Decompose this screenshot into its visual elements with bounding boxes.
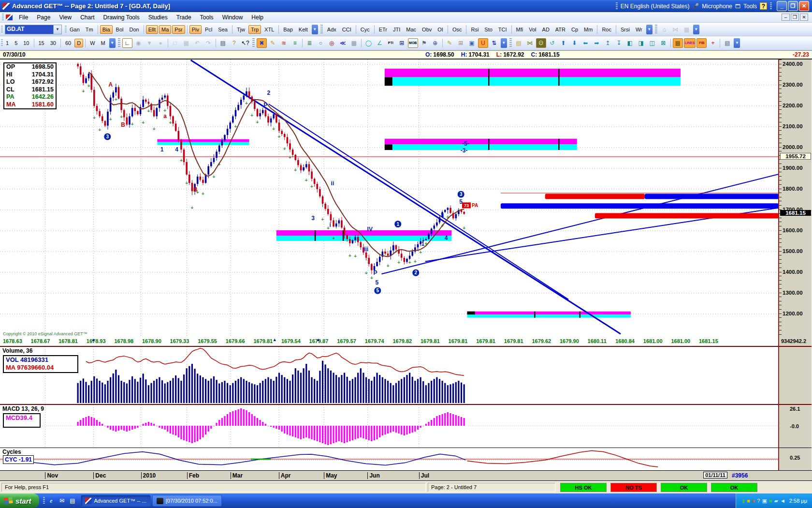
study-atr[interactable]: ATR	[553, 25, 568, 34]
study-mm[interactable]: Mm	[581, 25, 595, 34]
study-trp[interactable]: Trp	[248, 25, 261, 34]
study-sto[interactable]: Sto	[482, 25, 495, 34]
period-10[interactable]: 10	[21, 39, 31, 47]
price-plot-area[interactable]: ++++++++++++++++++++++++++++++++++++++++…	[0, 60, 779, 337]
study-psr[interactable]: Psr	[172, 25, 185, 34]
volume-scale[interactable]	[779, 346, 812, 404]
study-roc[interactable]: Roc	[599, 25, 614, 34]
cycles-scale[interactable]: 0.25	[779, 448, 812, 470]
study-pcl[interactable]: Pcl	[203, 25, 215, 34]
period-w[interactable]: W	[87, 39, 97, 47]
study-etr[interactable]: ETr	[377, 25, 390, 34]
dots-grid-icon[interactable]: ▩	[673, 38, 683, 48]
toolbar-overflow-icon[interactable]: ▼	[693, 25, 699, 34]
toolbar-overflow-icon[interactable]: ▼	[312, 25, 318, 34]
menu-trade[interactable]: Trade	[172, 13, 196, 22]
study-bia[interactable]: Bia	[100, 25, 113, 34]
study-ad[interactable]: AD	[540, 25, 552, 34]
period-1[interactable]: 1	[3, 39, 11, 47]
study-wr[interactable]: Wr	[633, 25, 645, 34]
draw-pencil-icon[interactable]: ✎	[445, 38, 455, 48]
study-jti[interactable]: JTI	[391, 25, 403, 34]
print-icon[interactable]: ▤	[218, 38, 228, 48]
show-desktop-icon[interactable]: ▤	[69, 497, 77, 505]
study-obv[interactable]: Obv	[420, 25, 434, 34]
study-srsi[interactable]: Srsi	[618, 25, 632, 34]
shift-down-icon[interactable]: ↧	[614, 38, 624, 48]
period-m[interactable]: M	[99, 39, 108, 47]
mob-icon[interactable]: MOB	[408, 38, 418, 48]
study-adx[interactable]: Adx	[325, 25, 339, 34]
study-don[interactable]: Don	[127, 25, 142, 34]
arrow-down-icon[interactable]: ⬇	[569, 38, 580, 48]
macd-plot-area[interactable]: MACD 13, 26, 9 MCD39.4	[0, 404, 779, 448]
language-tools-button[interactable]: Tools	[743, 3, 757, 10]
tray-display-icon[interactable]: ▣	[762, 497, 767, 504]
child-minimize-button[interactable]: –	[782, 14, 790, 21]
study-ma[interactable]: Ma	[159, 25, 171, 34]
expand-box-icon[interactable]: ⊠	[658, 38, 668, 48]
study-rsi[interactable]: Rsi	[468, 25, 481, 34]
study-gan[interactable]: Gan	[67, 25, 82, 34]
angles-tool-icon[interactable]: ∠	[375, 38, 385, 48]
symbol-dropdown-icon[interactable]: ▼	[53, 25, 61, 34]
toolbar-overflow-icon[interactable]: ▼	[646, 25, 652, 34]
trendline-pencil-icon[interactable]: ✎	[268, 38, 278, 48]
minimize-button[interactable]: _	[777, 1, 787, 11]
language-selector[interactable]: EN English (United States)	[621, 3, 690, 10]
cycles-plot-area[interactable]: Cycles CYC -1.91	[0, 448, 779, 470]
toolbar-grip[interactable]	[320, 25, 323, 34]
symbol-combo[interactable]: GD.AT ▼	[5, 25, 62, 34]
menu-grip[interactable]	[2, 14, 4, 21]
shift-up-icon[interactable]: ↥	[603, 38, 613, 48]
split-adjust-icon[interactable]: ⇅	[489, 38, 499, 48]
arrow-right-icon[interactable]: ➡	[592, 38, 602, 48]
fan-lines-icon[interactable]: ≪	[338, 38, 348, 48]
toolbar-overflow-icon[interactable]: ▼	[501, 38, 507, 48]
arrow-left-icon[interactable]: ⬅	[580, 38, 591, 48]
study-tjw[interactable]: Tjw	[234, 25, 247, 34]
magnet-tool-icon[interactable]: U	[478, 38, 488, 48]
clock-o-icon[interactable]: Θ	[536, 38, 546, 48]
study-mac[interactable]: Mac	[404, 25, 419, 34]
start-button[interactable]: start	[0, 493, 39, 508]
grid-icon[interactable]: ▦	[349, 38, 359, 48]
study-cp[interactable]: Cp	[569, 25, 580, 34]
toolbar-grip[interactable]	[509, 38, 512, 48]
compress-right-icon[interactable]: ◨	[636, 38, 646, 48]
time-clock-icon[interactable]: ○	[316, 38, 326, 48]
toolbar-grip[interactable]	[655, 25, 657, 34]
taskbar-task--07-30-2010-[interactable]: [07/30/2010 07:52:0...	[152, 495, 222, 507]
menu-page[interactable]: Page	[32, 13, 55, 22]
menu-help[interactable]: Help	[247, 13, 268, 22]
chart-window-icon[interactable]: ∟	[122, 38, 132, 48]
study-piv[interactable]: Piv	[189, 25, 202, 34]
multi-lines-icon[interactable]: ≣	[304, 38, 315, 48]
crosshair-icon[interactable]: +	[708, 38, 718, 48]
language-bar-grip[interactable]	[616, 2, 618, 10]
price-scale[interactable]: 2400.002300.002200.002100.002000.001900.…	[779, 60, 812, 337]
menu-drawing-tools[interactable]: Drawing Tools	[99, 13, 144, 22]
expand-compress-icon[interactable]: ✖	[257, 38, 267, 48]
compress-left-icon[interactable]: ◧	[625, 38, 635, 48]
study-vol[interactable]: Vol	[526, 25, 538, 34]
refresh-icon[interactable]: ↺	[547, 38, 557, 48]
menu-studies[interactable]: Studies	[144, 13, 172, 22]
toolbar1-grip[interactable]	[1, 26, 3, 33]
close-button[interactable]: ✕	[799, 1, 809, 11]
help-icon[interactable]: ?	[229, 38, 239, 48]
study-sea[interactable]: Sea	[216, 25, 230, 34]
zoom-in-icon[interactable]: ⊕	[430, 38, 440, 48]
menu-window[interactable]: Window	[218, 13, 247, 22]
study-xtl[interactable]: XTL	[262, 25, 276, 34]
period-5[interactable]: 5	[12, 39, 20, 47]
tray-green-icon[interactable]: ■	[769, 497, 772, 504]
toolbar-overflow-icon[interactable]: ▼	[734, 38, 740, 48]
menu-view[interactable]: View	[55, 13, 76, 22]
study-cyc[interactable]: Cyc	[358, 25, 372, 34]
period-30[interactable]: 30	[48, 39, 58, 47]
language-help-button[interactable]: ?	[760, 2, 767, 10]
menu-tools[interactable]: Tools	[196, 13, 218, 22]
symbol-input[interactable]: GD.AT	[5, 25, 53, 34]
tray-app-icon[interactable]: ▮	[742, 497, 745, 504]
